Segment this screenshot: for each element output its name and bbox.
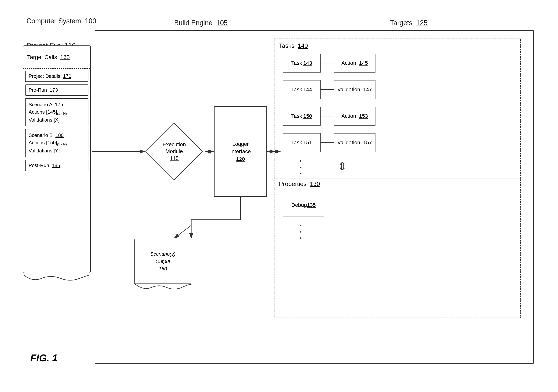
validation-157-box: Validation 157 (334, 133, 375, 152)
tasks-connectors-svg (275, 38, 389, 304)
doc-wavy-svg (23, 275, 92, 284)
scenario-b-box: Scenario B 180 Actions [150](1 - N) Vali… (25, 129, 88, 157)
project-details-items: Project Details 170 Pre-Run 173 Scenario… (25, 71, 88, 174)
scenario-a-box: Scenario A 175 Actions [145](1 - N) Vali… (25, 98, 88, 126)
scenario-output-box: Scenario(s)Output160 (134, 239, 191, 284)
tasks-properties-divider (275, 179, 520, 179)
properties-dots: ••• (300, 222, 302, 241)
fig-label: FIG. 1 (30, 352, 58, 364)
project-file-doc: Target Calls 165 Project Details 170 Pre… (23, 45, 91, 273)
build-engine-label: Build Engine 105 (174, 19, 227, 27)
action-153-box: Action 153 (334, 107, 375, 126)
updown-arrow: ⇕ (338, 160, 347, 173)
project-details-box: Project Details 170 (25, 71, 88, 82)
target-calls-section: Target Calls 165 (23, 46, 90, 69)
output-wavy-svg (134, 284, 192, 292)
scenario-output-container: Scenario(s)Output160 (134, 239, 192, 292)
validation-147-box: Validation 147 (334, 80, 375, 99)
computer-system-id: 100 (85, 17, 96, 25)
execution-module-label: ExecutionModule115 (163, 141, 186, 162)
pre-run-box: Pre-Run 173 (25, 85, 88, 96)
task-150-box: Task 150 (283, 107, 321, 126)
computer-system-label: Computer System 100 (26, 17, 96, 25)
execution-module: ExecutionModule115 (144, 121, 204, 182)
targets-box: Tasks 140 Task 143 Action 145 Task 144 V… (275, 38, 521, 318)
task-144-box: Task 144 (283, 80, 321, 99)
properties-label: Properties 130 (279, 181, 320, 187)
tasks-label: Tasks 140 (279, 42, 308, 49)
action-145-box: Action 145 (334, 54, 375, 72)
debug-box: Debug135 (283, 194, 324, 217)
task-143-box: Task 143 (283, 54, 321, 72)
targets-label: Targets 125 (390, 19, 427, 27)
task-dots: ••• (300, 158, 302, 177)
diagram-container: Computer System 100 Build Engine 105 Tar… (15, 15, 541, 375)
logger-interface-box: LoggerInterface120 (214, 106, 267, 197)
post-run-box: Post-Run 185 (25, 160, 88, 171)
task-151-box: Task 151 (283, 133, 321, 152)
